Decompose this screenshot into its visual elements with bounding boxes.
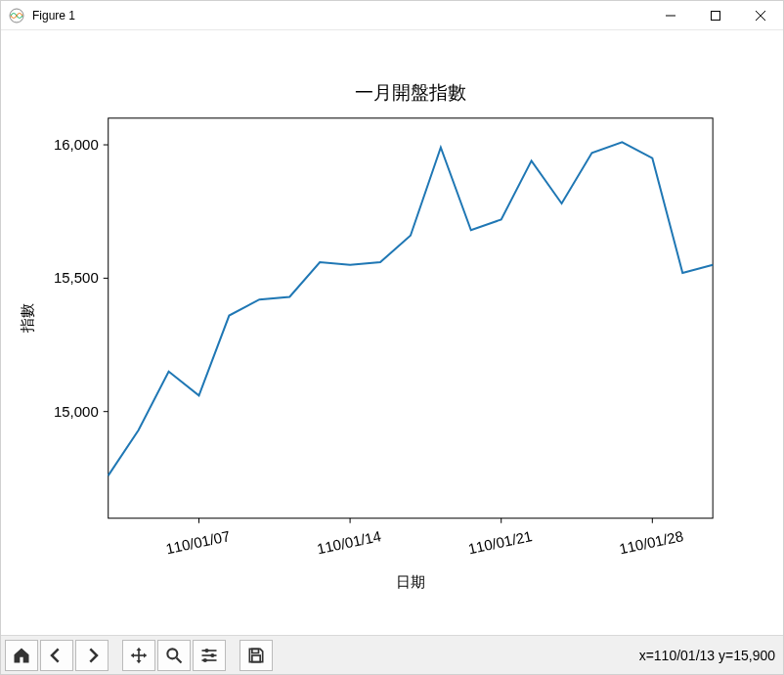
svg-point-25: [167, 649, 177, 658]
svg-point-30: [210, 652, 214, 656]
zoom-button[interactable]: [157, 640, 191, 671]
svg-text:110/01/14: 110/01/14: [316, 527, 383, 557]
svg-rect-33: [252, 649, 259, 652]
minimize-button[interactable]: [648, 1, 693, 30]
svg-text:15,500: 15,500: [54, 269, 99, 286]
window-title: Figure 1: [32, 9, 648, 22]
back-button[interactable]: [40, 640, 73, 671]
svg-rect-5: [109, 118, 713, 518]
pan-button[interactable]: [122, 640, 155, 671]
svg-text:110/01/21: 110/01/21: [466, 527, 534, 557]
cursor-status: x=110/01/13 y=15,900: [639, 648, 775, 663]
close-button[interactable]: [738, 1, 783, 30]
svg-text:16,000: 16,000: [54, 136, 99, 153]
chart-plot: 15,00015,50016,000110/01/07110/01/14110/…: [1, 30, 783, 635]
save-button[interactable]: [240, 640, 273, 671]
svg-rect-2: [712, 11, 720, 20]
window-controls: [648, 1, 783, 30]
forward-button[interactable]: [75, 640, 109, 671]
svg-text:日期: 日期: [396, 573, 425, 590]
figure-canvas[interactable]: 15,00015,50016,000110/01/07110/01/14110/…: [1, 30, 783, 635]
svg-text:15,000: 15,000: [54, 403, 99, 420]
app-icon: [9, 8, 24, 23]
titlebar: Figure 1: [1, 1, 783, 30]
svg-text:110/01/28: 110/01/28: [618, 527, 685, 557]
configure-button[interactable]: [193, 640, 226, 671]
svg-line-26: [177, 657, 182, 662]
home-button[interactable]: [5, 640, 38, 671]
maximize-button[interactable]: [693, 1, 738, 30]
toolbar: x=110/01/13 y=15,900: [1, 635, 783, 674]
svg-text:一月開盤指數: 一月開盤指數: [355, 82, 466, 103]
svg-point-32: [203, 657, 207, 661]
svg-rect-34: [252, 655, 260, 662]
svg-point-28: [204, 648, 208, 652]
svg-text:110/01/07: 110/01/07: [164, 527, 232, 557]
svg-text:指數: 指數: [19, 303, 35, 334]
